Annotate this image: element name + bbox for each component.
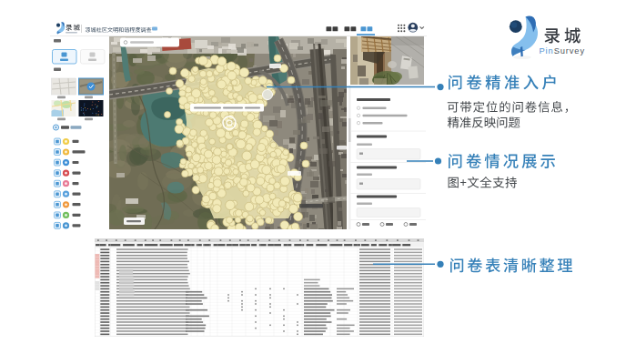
- svg-text:PinSurvey: PinSurvey: [540, 46, 585, 56]
